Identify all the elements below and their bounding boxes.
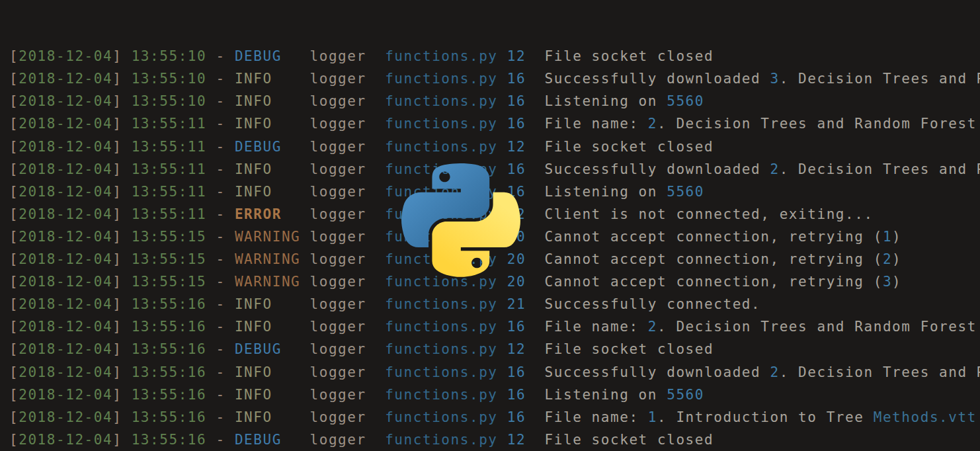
spacer	[526, 387, 544, 403]
separator-dash: -	[206, 319, 235, 335]
source-file: functions.py	[385, 161, 497, 177]
line-number: 12	[507, 48, 526, 64]
log-row: [2018-12-04] 13:55:11 - INFO logger func…	[9, 112, 980, 135]
spacer	[122, 206, 131, 222]
log-message-segment: 2	[770, 161, 779, 177]
logger-name: logger	[310, 296, 386, 312]
spacer	[526, 409, 544, 425]
log-message-segment: 1	[648, 409, 657, 425]
spacer	[526, 341, 544, 357]
log-level: INFO	[235, 364, 310, 380]
log-date: 2018-12-04	[19, 48, 112, 64]
spacer	[498, 409, 507, 425]
log-message: File name: 2. Decision Trees and Random …	[545, 319, 977, 335]
logger-name: logger	[310, 319, 386, 335]
source-file: functions.py	[385, 184, 497, 200]
timestamp-bracket-close: ]	[112, 71, 122, 87]
separator-dash: -	[206, 229, 235, 245]
log-time: 13:55:15	[132, 274, 207, 290]
log-message-segment: Successfully downloaded	[545, 364, 770, 380]
spacer	[122, 161, 131, 177]
timestamp-bracket-close: ]	[112, 93, 122, 109]
log-date: 2018-12-04	[19, 71, 112, 87]
spacer	[122, 93, 131, 109]
log-message: Listening on 5560	[545, 184, 704, 200]
log-message: Listening on 5560	[545, 93, 704, 109]
log-row: [2018-12-04] 13:55:11 - ERROR logger fun…	[9, 203, 980, 226]
log-date: 2018-12-04	[19, 274, 112, 290]
log-message-segment: Cannot accept connection, retrying (	[545, 229, 883, 245]
line-number: 16	[507, 387, 526, 403]
terminal-console[interactable]: [2018-12-04] 13:55:10 - DEBUG logger fun…	[0, 0, 980, 451]
timestamp-bracket-close: ]	[112, 161, 122, 177]
log-message-segment: )	[892, 229, 901, 245]
log-message-segment: 3	[770, 71, 779, 87]
log-time: 13:55:16	[132, 387, 207, 403]
log-message-segment: 2	[648, 116, 657, 132]
logger-name: logger	[310, 341, 386, 357]
line-number: 16	[507, 184, 526, 200]
line-number: 16	[507, 93, 526, 109]
log-level: WARNING	[235, 251, 310, 267]
log-time: 13:55:16	[132, 341, 207, 357]
log-message: Cannot accept connection, retrying (1)	[545, 229, 902, 245]
timestamp-bracket-open: [	[9, 319, 19, 335]
log-message: File socket closed	[545, 432, 714, 448]
spacer	[526, 71, 544, 87]
log-message-segment: . Decision Trees and Ra	[780, 71, 980, 87]
spacer	[526, 139, 544, 155]
log-level: DEBUG	[235, 341, 310, 357]
timestamp-bracket-open: [	[9, 139, 19, 155]
timestamp-bracket-close: ]	[112, 184, 122, 200]
log-time: 13:55:15	[132, 229, 207, 245]
log-message: File name: 1. Introduction to Tree Metho…	[545, 409, 977, 425]
line-number: 12	[507, 432, 526, 448]
log-message-segment: Cannot accept connection, retrying (	[545, 274, 883, 290]
logger-name: logger	[310, 116, 386, 132]
log-time: 13:55:16	[132, 409, 207, 425]
separator-dash: -	[206, 432, 235, 448]
log-message: Cannot accept connection, retrying (3)	[545, 274, 902, 290]
timestamp-bracket-close: ]	[112, 387, 122, 403]
log-message-segment: File socket closed	[545, 341, 714, 357]
log-level: DEBUG	[235, 432, 310, 448]
spacer	[498, 71, 507, 87]
line-number: 16	[507, 116, 526, 132]
log-level: DEBUG	[235, 48, 310, 64]
spacer	[122, 229, 131, 245]
log-row: [2018-12-04] 13:55:10 - DEBUG logger fun…	[9, 45, 980, 67]
logger-name: logger	[310, 387, 386, 403]
spacer	[498, 274, 507, 290]
separator-dash: -	[206, 409, 235, 425]
spacer	[122, 48, 131, 64]
timestamp-bracket-close: ]	[112, 409, 122, 425]
log-date: 2018-12-04	[19, 387, 112, 403]
log-message-segment: 1	[883, 229, 892, 245]
spacer	[498, 387, 507, 403]
log-level: INFO	[235, 116, 310, 132]
timestamp-bracket-open: [	[9, 296, 19, 312]
log-row: [2018-12-04] 13:55:16 - INFO logger func…	[9, 293, 980, 315]
log-level: INFO	[235, 161, 310, 177]
spacer	[526, 93, 544, 109]
log-message-segment: 2	[648, 319, 657, 335]
logger-name: logger	[310, 184, 386, 200]
log-date: 2018-12-04	[19, 364, 112, 380]
spacer	[498, 93, 507, 109]
source-file: functions.py	[385, 296, 497, 312]
logger-name: logger	[310, 206, 386, 222]
spacer	[122, 139, 131, 155]
log-level: DEBUG	[235, 139, 310, 155]
log-row: [2018-12-04] 13:55:16 - INFO logger func…	[9, 361, 980, 384]
line-number: 21	[507, 296, 526, 312]
spacer	[498, 139, 507, 155]
spacer	[498, 296, 507, 312]
log-message-segment: 3	[883, 274, 892, 290]
timestamp-bracket-open: [	[9, 206, 19, 222]
line-number: 16	[507, 364, 526, 380]
log-date: 2018-12-04	[19, 296, 112, 312]
log-message-segment: File socket closed	[545, 432, 714, 448]
spacer	[122, 184, 131, 200]
log-level: WARNING	[235, 229, 310, 245]
log-message-segment: 5560	[667, 387, 704, 403]
